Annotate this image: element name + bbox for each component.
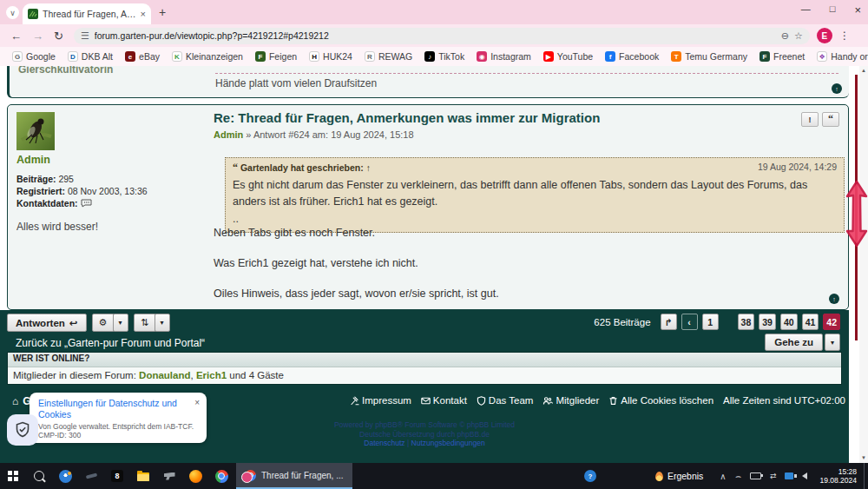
poster-avatar[interactable]: [16, 112, 55, 150]
tab-close-icon[interactable]: ×: [141, 9, 146, 19]
report-post-button[interactable]: !: [801, 112, 819, 127]
quote-author-link[interactable]: Gartenlady: [240, 162, 288, 173]
footer-link-alle-cookies-löschen[interactable]: Alle Cookies löschen: [608, 395, 713, 406]
back-to-forum-link[interactable]: Zurück zu „Garten-pur Forum und Portal“: [16, 337, 205, 349]
bookmark-item[interactable]: KKleinanzeigen: [172, 51, 243, 62]
goto-dropdown-icon[interactable]: ▾: [825, 334, 840, 351]
message-bubble-icon[interactable]: [81, 198, 92, 210]
back-to-top-icon[interactable]: ↑: [829, 294, 839, 304]
taskbar-search-button[interactable]: [26, 463, 52, 489]
post-title-link[interactable]: Re: Thread für Fragen, Anmerkungen was i…: [214, 110, 839, 125]
jump-to-page-button[interactable]: ↱: [661, 314, 677, 330]
zoom-out-icon[interactable]: ⊖: [781, 30, 789, 42]
help-button[interactable]: ?: [577, 463, 603, 489]
window-maximize-button[interactable]: □: [830, 3, 836, 17]
taskbar-firefox[interactable]: [182, 463, 208, 489]
browser-tab[interactable]: Thread für Fragen, Anmerkunge ×: [23, 3, 151, 24]
news-widget[interactable]: Ergebnis: [655, 471, 703, 481]
online-user-link[interactable]: Donauland: [139, 370, 190, 380]
tray-network-icon[interactable]: ⇄: [770, 472, 777, 480]
taskbar-app-gray[interactable]: [156, 463, 182, 489]
previous-page-button[interactable]: ‹: [681, 314, 698, 330]
taskbar-app-black-8[interactable]: 8: [104, 463, 130, 489]
bookmark-item[interactable]: eeBay: [125, 51, 160, 62]
page-button[interactable]: 41: [802, 314, 819, 330]
sort-button[interactable]: ⇅: [134, 314, 156, 332]
online-user-link[interactable]: Erich1: [196, 370, 227, 380]
footer-link-impressum[interactable]: Impressum: [350, 395, 411, 406]
reply-button[interactable]: Antworten↩: [7, 314, 87, 332]
help-icon: ?: [584, 470, 596, 482]
cookie-popup-close-icon[interactable]: ×: [194, 398, 200, 407]
bookmark-item[interactable]: FFreenet: [760, 51, 805, 62]
tab-search-chevron-icon[interactable]: ∨: [6, 6, 19, 19]
sort-dropdown-icon[interactable]: ▾: [155, 314, 170, 332]
browser-menu-icon[interactable]: ⋮: [839, 30, 850, 42]
cookie-settings-link[interactable]: Einstellungen für Datenschutz und Cookie…: [38, 398, 186, 420]
scrollbar-down-icon[interactable]: ▼: [859, 455, 868, 460]
poster-contact: Kontaktdaten:: [16, 197, 209, 210]
footer-link-kontakt[interactable]: Kontakt: [421, 395, 467, 406]
site-settings-icon[interactable]: ☰: [81, 30, 89, 42]
bookmark-item[interactable]: ▶YouTube: [543, 51, 593, 62]
forward-button[interactable]: →: [32, 30, 43, 43]
bookmark-item[interactable]: ◉Instagram: [477, 51, 531, 62]
bookmark-item[interactable]: HHUK24: [309, 51, 352, 62]
current-page-button[interactable]: 42: [823, 314, 840, 330]
post-tools-button[interactable]: ⚙: [92, 314, 115, 332]
scrollbar[interactable]: ▲ ▼: [859, 66, 868, 463]
page-button[interactable]: 39: [759, 314, 776, 330]
address-bar[interactable]: ☰ forum.garten-pur.de/viewtopic.php?p=42…: [74, 28, 810, 44]
taskbar-chrome[interactable]: [208, 463, 234, 489]
tray-display-icon[interactable]: [785, 472, 793, 479]
footer-link-das-team[interactable]: Das Team: [477, 395, 534, 406]
post-paragraph: Was Erich1 gezeigt hat, verstehe ich nic…: [214, 257, 831, 269]
taskbar-clock[interactable]: 15:28 19.08.2024: [819, 467, 857, 485]
page-button[interactable]: 38: [738, 314, 755, 330]
hidden-icons-chevron[interactable]: ∧: [720, 472, 726, 481]
previous-post-author-link[interactable]: Gierschkultivatorin: [18, 66, 113, 76]
taskbar-app-dark[interactable]: [78, 463, 104, 489]
taskbar-app-blue-circle[interactable]: [52, 463, 78, 489]
url-text[interactable]: forum.garten-pur.de/viewtopic.php?p=4219…: [95, 30, 776, 41]
page-button[interactable]: 1: [702, 314, 719, 330]
poster-name-link[interactable]: Admin: [16, 154, 209, 166]
post-tools-dropdown-icon[interactable]: ▾: [113, 314, 128, 332]
privacy-shield-icon[interactable]: [7, 414, 38, 446]
page-button[interactable]: 40: [780, 314, 798, 330]
window-minimize-button[interactable]: —: [801, 3, 811, 17]
post-author-link[interactable]: Admin: [214, 129, 243, 140]
bookmark-item[interactable]: ♪TikTok: [424, 51, 464, 62]
window-close-button[interactable]: ×: [854, 3, 861, 17]
bookmark-star-icon[interactable]: ☆: [794, 30, 803, 42]
quote-jump-arrow[interactable]: ↑: [366, 162, 371, 173]
tray-battery-icon[interactable]: [750, 472, 761, 479]
privacy-link[interactable]: Datenschutz: [364, 439, 404, 447]
bookmark-item[interactable]: fFacebook: [605, 51, 659, 62]
start-button[interactable]: [0, 463, 26, 489]
bookmark-item[interactable]: FFeigen: [255, 51, 297, 62]
bookmark-item[interactable]: TTemu Germany: [671, 51, 747, 62]
profile-avatar[interactable]: E: [817, 28, 832, 43]
kleinanzeigen-favicon: K: [172, 51, 182, 62]
reload-button[interactable]: ↻: [54, 30, 63, 43]
footer-link-mitglieder[interactable]: Mitglieder: [542, 395, 599, 406]
scrollbar-up-icon[interactable]: ▲: [859, 68, 868, 73]
bookmark-item[interactable]: RREWAG: [365, 51, 412, 62]
active-window-button[interactable]: Thread für Fragen, ...: [236, 463, 352, 489]
terms-link[interactable]: Nutzungsbedingungen: [411, 439, 485, 447]
show-desktop-button[interactable]: [864, 463, 868, 489]
tray-volume-icon[interactable]: [802, 472, 807, 479]
annotation-double-arrow-icon: [845, 179, 868, 248]
goto-button[interactable]: Gehe zu: [765, 334, 823, 351]
back-to-top-icon[interactable]: ↑: [832, 83, 842, 94]
quote-post-button[interactable]: “: [822, 112, 839, 127]
bookmark-item[interactable]: DDKB Alt: [68, 51, 113, 62]
back-button[interactable]: ←: [10, 30, 22, 43]
blue-circle-app-icon: [59, 470, 72, 483]
taskbar-file-explorer[interactable]: [130, 463, 156, 489]
bookmark-item[interactable]: ❖Handy orten: [817, 51, 868, 62]
new-tab-button[interactable]: +: [159, 5, 166, 19]
bookmark-item[interactable]: GGoogle: [12, 51, 56, 62]
tray-cloud-icon[interactable]: ⌢: [735, 471, 741, 482]
